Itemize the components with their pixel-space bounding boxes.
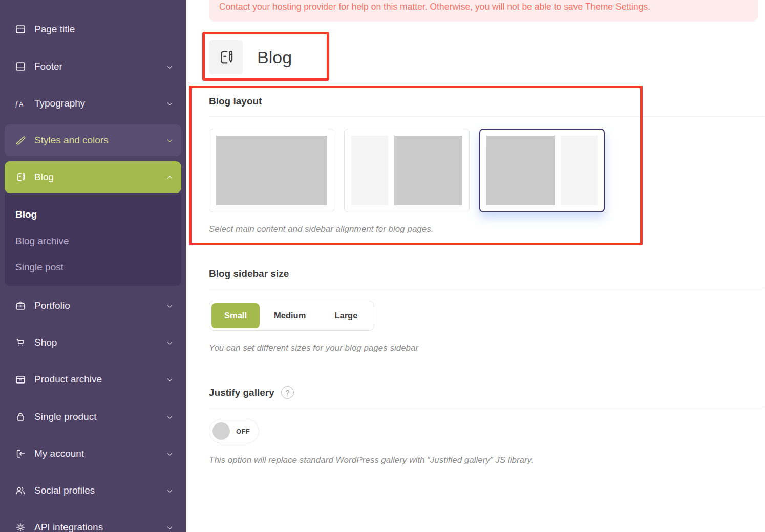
justify-gallery-toggle[interactable]: OFF bbox=[209, 419, 259, 443]
chevron-down-icon bbox=[165, 450, 174, 458]
svg-text:f: f bbox=[15, 100, 18, 108]
blog-layout-section-title: Blog layout bbox=[209, 96, 262, 107]
sidebar-size-button-group: Small Medium Large bbox=[209, 301, 374, 331]
chevron-down-icon bbox=[165, 302, 174, 310]
size-option-small[interactable]: Small bbox=[211, 303, 260, 328]
chevron-down-icon bbox=[165, 99, 174, 108]
chevron-up-icon bbox=[165, 173, 174, 182]
typography-icon: fA bbox=[14, 97, 27, 110]
sidebar-item-label: Blog bbox=[34, 172, 165, 183]
footer-icon bbox=[14, 60, 27, 73]
layout-option-sidebar-left[interactable] bbox=[344, 129, 470, 212]
product-archive-icon bbox=[14, 373, 27, 386]
sidebar-item-label: Page title bbox=[34, 24, 174, 35]
section-divider bbox=[209, 116, 764, 117]
chevron-down-icon bbox=[165, 375, 174, 384]
layout-option-sidebar-right[interactable] bbox=[479, 129, 605, 212]
sidebar-size-help-text: You can set different sizes for your blo… bbox=[209, 343, 418, 353]
submenu-item-blog[interactable]: Blog bbox=[15, 209, 37, 220]
sidebar-item-shop[interactable]: Shop bbox=[5, 327, 181, 358]
chevron-down-icon bbox=[165, 136, 174, 145]
blog-icon bbox=[14, 171, 27, 183]
layout-sidebar-block bbox=[351, 136, 388, 205]
sidebar-item-label: Typography bbox=[34, 98, 165, 109]
section-divider bbox=[209, 407, 764, 407]
sidebar-item-my-account[interactable]: My account bbox=[5, 438, 181, 470]
svg-text:A: A bbox=[19, 101, 23, 108]
sidebar-item-label: API integrations bbox=[34, 522, 165, 532]
justify-gallery-section-title: Justify gallery ? bbox=[209, 386, 294, 399]
page-title-icon bbox=[14, 23, 27, 35]
toggle-state-label: OFF bbox=[236, 428, 250, 435]
page-header: Blog bbox=[209, 40, 292, 74]
settings-content: Contact your hosting provider for help o… bbox=[186, 0, 765, 532]
sidebar-item-label: Portfolio bbox=[34, 300, 165, 311]
sidebar-item-label: Shop bbox=[34, 337, 165, 348]
sidebar-item-label: Single product bbox=[34, 411, 165, 422]
submenu-item-blog-archive[interactable]: Blog archive bbox=[15, 236, 69, 247]
social-profiles-icon bbox=[14, 484, 27, 497]
layout-content-block bbox=[394, 136, 462, 205]
sidebar-item-footer[interactable]: Footer bbox=[5, 51, 181, 82]
chevron-down-icon bbox=[165, 62, 174, 71]
sidebar-item-page-title[interactable]: Page title bbox=[5, 13, 181, 45]
api-integrations-gear-icon bbox=[14, 521, 27, 532]
sidebar-item-api-integrations[interactable]: API integrations bbox=[5, 512, 181, 532]
sidebar-item-label: Product archive bbox=[34, 374, 165, 385]
chevron-down-icon bbox=[165, 523, 174, 532]
theme-settings-page: Page title Footer fA Typography Sty bbox=[0, 0, 765, 532]
chevron-down-icon bbox=[165, 486, 174, 495]
size-option-medium[interactable]: Medium bbox=[260, 303, 320, 328]
hosting-warning-notice: Contact your hosting provider for help o… bbox=[209, 0, 758, 22]
blog-submenu: Blog Blog archive Single post bbox=[5, 193, 181, 286]
blog-layout-help-text: Select main content and sidebar alignmen… bbox=[209, 224, 434, 235]
toggle-knob bbox=[213, 422, 230, 440]
layout-content-block bbox=[486, 136, 555, 205]
sidebar-item-label: Styles and colors bbox=[34, 135, 165, 146]
sidebar-item-social-profiles[interactable]: Social profiles bbox=[5, 475, 181, 506]
shop-cart-icon bbox=[14, 336, 27, 349]
blog-header-icon-tile bbox=[209, 40, 243, 74]
justify-gallery-title-text: Justify gallery bbox=[209, 387, 274, 398]
layout-sidebar-block bbox=[561, 136, 598, 205]
sidebar-item-label: My account bbox=[34, 448, 165, 459]
sidebar-item-portfolio[interactable]: Portfolio bbox=[5, 290, 181, 322]
sidebar-item-blog[interactable]: Blog bbox=[5, 161, 181, 193]
styles-colors-icon bbox=[14, 134, 27, 146]
notice-text: Contact your hosting provider for help o… bbox=[219, 2, 650, 12]
section-divider bbox=[209, 288, 764, 288]
sidebar-item-product-archive[interactable]: Product archive bbox=[5, 364, 181, 395]
page-title: Blog bbox=[257, 48, 292, 68]
help-question-icon[interactable]: ? bbox=[281, 386, 294, 399]
sidebar-item-label: Footer bbox=[34, 61, 165, 72]
chevron-down-icon bbox=[165, 338, 174, 347]
sidebar-size-section-title: Blog sidebar size bbox=[209, 268, 289, 280]
chevron-down-icon bbox=[165, 413, 174, 421]
layout-option-full-width[interactable] bbox=[209, 129, 334, 212]
sidebar-item-label: Social profiles bbox=[34, 485, 165, 496]
blog-layout-options bbox=[209, 129, 605, 212]
sidebar-item-typography[interactable]: fA Typography bbox=[5, 88, 181, 119]
sidebar-item-styles-and-colors[interactable]: Styles and colors bbox=[5, 124, 181, 156]
blog-icon bbox=[217, 48, 235, 67]
sidebar-item-single-product[interactable]: Single product bbox=[5, 401, 181, 433]
layout-content-block bbox=[216, 136, 327, 205]
submenu-item-single-post[interactable]: Single post bbox=[15, 262, 63, 273]
size-option-large[interactable]: Large bbox=[320, 303, 372, 328]
settings-sidebar: Page title Footer fA Typography Sty bbox=[0, 0, 186, 532]
portfolio-icon bbox=[14, 300, 27, 312]
single-product-lock-icon bbox=[14, 411, 27, 423]
justify-gallery-help-text: This option will replace standard WordPr… bbox=[209, 455, 534, 465]
my-account-signin-icon bbox=[14, 448, 27, 460]
